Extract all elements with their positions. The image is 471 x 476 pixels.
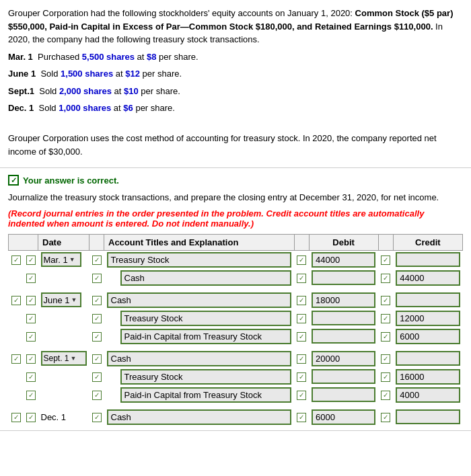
row-check: ✓ [11,413,21,422]
account-input-dec1-1[interactable]: Cash [107,409,292,425]
row-check: ✓ [26,314,36,323]
row-check: ✓ [26,391,36,400]
transaction-mar1: Mar. 1 Purchased 5,500 shares at $8 per … [8,50,463,64]
row-check: ✓ [92,391,102,400]
debit-input-sep1-2[interactable] [312,369,375,384]
table-row: ✓ ✓ Mar. 1 ▼ ✓ Treasury Stock ✓ 44000 ✓ [9,250,463,269]
account-input-jun1-3[interactable]: Paid-in Capital from Treasury Stock [120,329,292,344]
table-row: ✓ ✓ Cash ✓ ✓ 44000 [9,269,463,287]
intro-para1: Grouper Corporation had the following st… [8,7,463,46]
row-check: ✓ [26,354,36,364]
date-select-jun1[interactable]: June 1 ▼ [41,292,81,307]
date-select-mar1[interactable]: Mar. 1 ▼ [41,252,81,267]
row-check: ✓ [381,413,390,422]
credit-input-mar1-1[interactable] [396,252,460,267]
row-check: ✓ [92,413,102,422]
table-row: ✓ ✓ Dec. 1 ✓ Cash ✓ 6000 ✓ [9,408,463,426]
row-check: ✓ [26,296,36,305]
transaction-dec1: Dec. 1 Sold 1,000 shares at $6 per share… [8,102,463,115]
account-input-mar1-1[interactable]: Treasury Stock [107,252,292,268]
row-check: ✓ [297,354,306,364]
row-check: ✓ [297,296,306,305]
table-row: ✓ ✓ June 1 ▼ ✓ Cash ✓ 18000 ✓ [9,291,463,309]
account-input-mar1-2[interactable]: Cash [120,270,292,286]
transaction-jun1: June 1 Sold 1,500 shares at $12 per shar… [8,67,463,81]
account-input-sep1-2[interactable]: Treasury Stock [120,369,292,385]
debit-input-jun1-3[interactable] [312,329,375,344]
row-check: ✓ [297,274,306,283]
intro-para2: Grouper Corporation uses the cost method… [8,132,463,158]
row-check: ✓ [297,372,306,382]
account-input-sep1-1[interactable]: Cash [107,351,292,366]
row-check: ✓ [297,391,306,400]
date-select-sep1[interactable]: Sept. 1 ▼ [41,351,87,366]
row-check: ✓ [92,255,102,265]
correct-checkmark: ✓ [8,175,19,186]
credit-input-dec1-1[interactable] [396,409,460,424]
debit-input-sep1-1[interactable]: 20000 [312,351,375,366]
table-row: ✓ ✓ Treasury Stock ✓ ✓ 12000 [9,309,463,327]
debit-input-mar1-1[interactable]: 44000 [312,252,375,268]
table-row: ✓ ✓ Treasury Stock ✓ ✓ 16000 [9,368,463,386]
row-check: ✓ [381,332,390,342]
row-check: ✓ [381,274,390,283]
credit-input-sep1-3[interactable]: 4000 [396,387,460,403]
account-input-jun1-2[interactable]: Treasury Stock [120,311,292,326]
table-row: ✓ ✓ Sept. 1 ▼ ✓ Cash ✓ 20000 ✓ [9,350,463,368]
credit-input-jun1-1[interactable] [396,292,460,307]
row-check: ✓ [381,255,390,265]
row-check: ✓ [297,255,306,265]
row-check: ✓ [11,354,21,364]
row-check: ✓ [11,296,21,305]
row-check: ✓ [297,413,306,422]
row-check: ✓ [381,354,390,364]
col-date: Date [38,234,89,250]
row-check: ✓ [26,372,36,382]
table-row: ✓ ✓ Paid-in Capital from Treasury Stock … [9,386,463,404]
row-check: ✓ [381,296,390,305]
row-check: ✓ [26,332,36,342]
row-check: ✓ [92,314,102,323]
row-check: ✓ [26,274,36,283]
row-check: ✓ [11,255,21,265]
credit-input-mar1-2[interactable]: 44000 [396,270,460,286]
account-input-sep1-3[interactable]: Paid-in Capital from Treasury Stock [120,387,292,403]
date-label-dec1: Dec. 1 [41,412,87,422]
account-input-jun1-1[interactable]: Cash [107,292,292,308]
table-row: ✓ ✓ Paid-in Capital from Treasury Stock … [9,327,463,346]
row-check: ✓ [92,274,102,283]
row-check: ✓ [381,391,390,400]
row-check: ✓ [26,413,36,422]
row-check: ✓ [381,314,390,323]
credit-input-jun1-3[interactable]: 6000 [396,329,460,344]
row-check: ✓ [92,372,102,382]
transaction-sep1: Sept.1 Sold 2,000 shares at $10 per shar… [8,85,463,98]
row-check: ✓ [92,332,102,342]
debit-input-jun1-1[interactable]: 18000 [312,292,375,308]
row-check: ✓ [92,354,102,364]
instruction-text: Journalize the treasury stock transactio… [8,191,463,204]
row-check: ✓ [26,255,36,265]
col-account: Account Titles and Explanation [104,234,295,250]
credit-input-jun1-2[interactable]: 12000 [396,311,460,326]
col-credit: Credit [393,234,462,250]
correct-text: Your answer is correct. [23,175,119,186]
debit-input-dec1-1[interactable]: 6000 [312,409,375,425]
col-debit: Debit [309,234,378,250]
row-check: ✓ [381,372,390,382]
credit-input-sep1-1[interactable] [396,351,460,366]
debit-input-sep1-3[interactable] [312,387,375,402]
row-check: ✓ [297,332,306,342]
instruction-red: (Record journal entries in the order pre… [8,208,463,229]
debit-input-jun1-2[interactable] [312,311,375,325]
row-check: ✓ [297,314,306,323]
row-check: ✓ [92,296,102,305]
debit-input-mar1-2[interactable] [312,270,375,285]
credit-input-sep1-2[interactable]: 16000 [396,369,460,385]
